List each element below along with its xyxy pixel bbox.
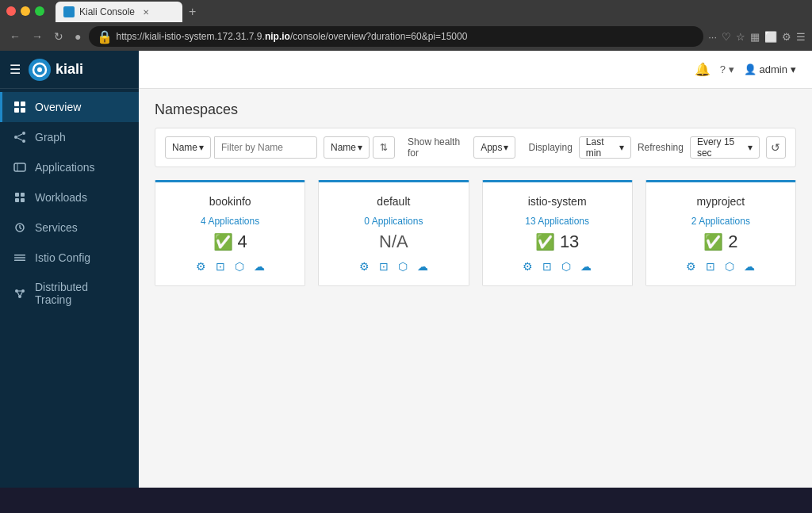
health-check-icon-myproject: ✅: [703, 232, 723, 251]
address-text: https://kiali-istio-system.172.31.7.9.ni…: [116, 31, 467, 42]
health-chevron-icon: ▾: [504, 142, 508, 153]
svg-rect-13: [15, 193, 19, 197]
card-workloads-icon-default[interactable]: ⚙: [359, 260, 370, 273]
sidebar-label-distributed-tracing: Distributed Tracing: [35, 281, 126, 306]
card-services-icon-myproject[interactable]: ⊡: [706, 260, 715, 273]
distributed-tracing-icon: [13, 286, 27, 301]
sidebar-toggle[interactable]: ⬜: [764, 31, 777, 43]
kiali-logo-svg: [32, 62, 48, 78]
sidebar-item-istio-config[interactable]: Istio Config: [0, 243, 139, 273]
new-tab-button[interactable]: +: [184, 2, 201, 22]
svg-rect-19: [14, 257, 25, 258]
svg-point-6: [14, 136, 17, 139]
refresh-rate-select[interactable]: Every 15 sec ▾: [690, 136, 760, 159]
tab-close-button[interactable]: ✕: [143, 8, 149, 17]
card-services-icon-bookinfo[interactable]: ⊡: [216, 260, 225, 273]
tab-favicon: [63, 6, 75, 17]
kiali-logo-icon: [29, 59, 51, 81]
filter-input[interactable]: [214, 136, 317, 159]
close-window-button[interactable]: [6, 6, 16, 16]
forward-button[interactable]: →: [29, 29, 46, 44]
hamburger-icon[interactable]: ☰: [10, 62, 21, 77]
card-count-istio-system: ✅ 13: [535, 232, 579, 252]
page-title: Namespaces: [155, 101, 796, 118]
refresh-now-button[interactable]: ↺: [766, 136, 786, 159]
card-name-bookinfo: bookinfo: [209, 195, 251, 208]
notification-bell-icon[interactable]: 🔔: [695, 62, 710, 77]
refresh-chevron-icon: ▾: [748, 142, 753, 153]
display-chevron-icon: ▾: [619, 142, 624, 153]
card-services-icon-istio-system[interactable]: ⊡: [542, 260, 552, 273]
sidebar-item-distributed-tracing[interactable]: Distributed Tracing: [0, 273, 139, 314]
card-workloads-icon-istio-system[interactable]: ⚙: [523, 260, 533, 273]
card-apps-link-myproject[interactable]: 2 Applications: [691, 216, 750, 227]
card-applications-icon-istio-system[interactable]: ⬡: [561, 260, 571, 273]
svg-rect-3: [21, 101, 25, 106]
svg-line-25: [17, 293, 19, 296]
user-menu-button[interactable]: 👤 admin ▾: [744, 63, 796, 75]
health-label: Show health for: [408, 136, 467, 159]
sidebar-item-services[interactable]: Services: [0, 212, 139, 243]
card-applications-icon-bookinfo[interactable]: ⬡: [235, 260, 244, 273]
back-button[interactable]: ←: [6, 29, 24, 44]
maximize-window-button[interactable]: [35, 6, 44, 16]
browser-actions: ··· ♡ ☆ ▦ ⬜ ⚙ ☰: [708, 31, 806, 43]
sort-direction-button[interactable]: ⇅: [373, 136, 395, 159]
refresh-page-button[interactable]: ↻: [51, 29, 67, 44]
refreshing-label: Refreshing: [638, 142, 684, 153]
star-button[interactable]: ☆: [736, 31, 745, 43]
menu-button[interactable]: ☰: [796, 31, 806, 43]
sidebar-label-workloads: Workloads: [35, 191, 87, 204]
card-count-myproject: ✅ 2: [703, 232, 737, 252]
settings-button[interactable]: ⚙: [782, 31, 791, 43]
refresh-icon: ↺: [771, 141, 780, 154]
svg-line-26: [21, 293, 22, 296]
bookmark-button[interactable]: ♡: [722, 31, 731, 43]
svg-rect-16: [21, 198, 25, 202]
card-config-icon-istio-system[interactable]: ☁: [580, 260, 592, 273]
sidebar-label-istio-config: Istio Config: [35, 251, 90, 264]
card-apps-link-bookinfo[interactable]: 4 Applications: [201, 216, 259, 227]
workloads-icon: [13, 190, 27, 205]
card-workloads-icon-myproject[interactable]: ⚙: [686, 260, 696, 273]
filter-toolbar: Name ▾ Name ▾ ⇅ Show health for: [155, 128, 796, 167]
card-count-bookinfo: ✅ 4: [213, 232, 247, 252]
card-services-icon-default[interactable]: ⊡: [379, 260, 389, 273]
card-config-icon-bookinfo[interactable]: ☁: [254, 260, 265, 273]
namespace-cards-grid: bookinfo 4 Applications ✅ 4 ⚙ ⊡ ⬡ ☁: [155, 180, 796, 286]
svg-rect-11: [14, 163, 25, 171]
card-applications-icon-myproject[interactable]: ⬡: [725, 260, 734, 273]
filter-type-dropdown[interactable]: Name ▾: [165, 136, 211, 159]
sidebar-item-applications[interactable]: Applications: [0, 152, 139, 182]
extensions-button[interactable]: ···: [708, 31, 717, 43]
display-select[interactable]: Last min ▾: [579, 136, 631, 159]
content-area: Namespaces Name ▾ Name ▾ ⇅: [139, 89, 812, 299]
card-actions-bookinfo: ⚙ ⊡ ⬡ ☁: [196, 260, 265, 273]
sidebar-item-workloads[interactable]: Workloads: [0, 182, 139, 212]
card-apps-link-default[interactable]: 0 Applications: [364, 216, 423, 227]
address-bar[interactable]: 🔒 https://kiali-istio-system.172.31.7.9.…: [89, 26, 703, 47]
home-button[interactable]: ●: [71, 29, 84, 44]
help-button[interactable]: ? ▾: [720, 63, 734, 75]
sort-dropdown[interactable]: Name ▾: [324, 136, 370, 159]
svg-rect-4: [14, 108, 19, 113]
card-config-icon-default[interactable]: ☁: [417, 260, 428, 273]
svg-line-10: [17, 138, 22, 140]
user-icon: 👤: [744, 63, 756, 75]
health-check-icon-istio-system: ✅: [535, 232, 555, 251]
health-select[interactable]: Apps ▾: [473, 136, 515, 159]
minimize-window-button[interactable]: [21, 6, 30, 16]
main-content: 🔔 ? ▾ 👤 admin ▾ Namespaces Name ▾: [139, 51, 812, 488]
card-config-icon-myproject[interactable]: ☁: [744, 260, 755, 273]
header-actions: 🔔 ? ▾ 👤 admin ▾: [695, 62, 796, 77]
card-workloads-icon-bookinfo[interactable]: ⚙: [196, 260, 206, 273]
sidebar-item-overview[interactable]: Overview: [0, 92, 139, 122]
namespace-card-istio-system: istio-system 13 Applications ✅ 13 ⚙ ⊡ ⬡ …: [482, 180, 633, 286]
card-apps-link-istio-system[interactable]: 13 Applications: [525, 216, 589, 227]
sidebar-item-graph[interactable]: Graph: [0, 122, 139, 152]
tab-title: Kiali Console: [79, 6, 135, 17]
card-name-myproject: myproject: [697, 195, 745, 208]
card-applications-icon-default[interactable]: ⬡: [398, 260, 408, 273]
reader-button[interactable]: ▦: [750, 31, 760, 43]
browser-tab-active[interactable]: Kiali Console ✕: [56, 2, 182, 22]
